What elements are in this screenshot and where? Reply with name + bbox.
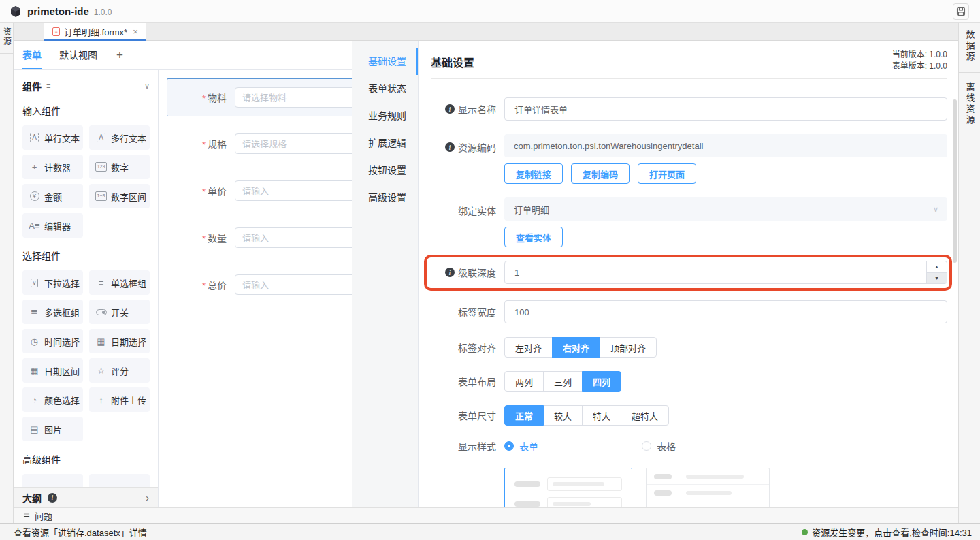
component-item[interactable] bbox=[89, 474, 150, 487]
segment-option[interactable]: 正常 bbox=[504, 405, 544, 426]
tab-close-icon[interactable]: × bbox=[133, 27, 138, 37]
view-entity-button[interactable]: 查看实体 bbox=[504, 227, 563, 247]
settings-nav-item[interactable]: 业务规则 bbox=[352, 102, 418, 129]
field-input[interactable] bbox=[235, 274, 352, 295]
display-style-radio[interactable]: 表格 bbox=[642, 439, 676, 453]
radio-group-icon: ≡ bbox=[95, 278, 107, 288]
segment-option[interactable]: 超特大 bbox=[621, 405, 669, 426]
form-layout-group: 两列三列四列 bbox=[504, 371, 621, 392]
display-style-radio[interactable]: 表单 bbox=[504, 439, 538, 453]
component-item[interactable]: ↑附件上传 bbox=[89, 387, 150, 412]
settings-nav-item[interactable]: 高级设置 bbox=[352, 184, 418, 211]
settings-nav-item[interactable]: 扩展逻辑 bbox=[352, 129, 418, 157]
canvas-field-5[interactable]: *总价 bbox=[159, 274, 352, 295]
bound-entity-value[interactable]: 订单明细∨ bbox=[504, 197, 947, 221]
right-rail-datasource-tab[interactable]: 数据源 bbox=[964, 30, 976, 63]
component-item[interactable]: ☆评分 bbox=[89, 358, 150, 383]
component-item[interactable]: ∨下拉选择 bbox=[22, 270, 83, 295]
field-input[interactable] bbox=[235, 180, 352, 201]
settings-scrollbar[interactable] bbox=[953, 99, 957, 263]
form-version: 表单版本: 1.0.0 bbox=[892, 61, 947, 72]
app-logo-icon bbox=[10, 5, 22, 18]
stepper-up-icon[interactable]: ▲ bbox=[927, 261, 947, 272]
settings-nav-item[interactable]: 基础设置 bbox=[352, 48, 418, 75]
component-item-label: 单行文本 bbox=[44, 131, 80, 144]
component-item[interactable]: A单行文本 bbox=[22, 125, 83, 150]
form-canvas: *物料*规格*单价*数量*总价 bbox=[159, 70, 352, 507]
single-line-text-icon: A bbox=[29, 133, 40, 142]
cascade-depth-input[interactable] bbox=[514, 268, 555, 278]
component-item[interactable]: A≡编辑器 bbox=[22, 213, 83, 238]
segment-option[interactable]: 三列 bbox=[543, 371, 583, 392]
component-item[interactable]: 开关 bbox=[89, 300, 150, 324]
component-item[interactable]: ◷时间选择 bbox=[22, 329, 83, 353]
left-rail-resources-tab[interactable]: 资源 bbox=[1, 27, 13, 46]
view-tab-item[interactable]: 默认视图 bbox=[59, 41, 97, 69]
component-item[interactable]: ≡单选框组 bbox=[89, 270, 150, 295]
table-style-preview[interactable]: 查看Api bbox=[646, 468, 770, 507]
settings-nav-item[interactable]: 表单状态 bbox=[352, 75, 418, 102]
field-input[interactable] bbox=[235, 227, 352, 248]
right-rail-offline-resources-tab[interactable]: 离线资源 bbox=[964, 82, 976, 126]
label-width-row: 标签宽度 bbox=[431, 300, 947, 323]
component-item[interactable]: ▤图片 bbox=[22, 417, 83, 441]
component-item[interactable]: A多行文本 bbox=[89, 125, 150, 150]
component-item[interactable]: ▦日期区间 bbox=[22, 358, 83, 383]
segment-option[interactable]: 右对齐 bbox=[552, 337, 600, 358]
component-section-title: 高级组件 bbox=[22, 452, 150, 466]
canvas-field-1[interactable]: *物料 bbox=[159, 87, 352, 108]
right-rail: 数据源 离线资源 bbox=[958, 23, 980, 523]
segment-option[interactable]: 顶部对齐 bbox=[600, 337, 657, 358]
field-input[interactable] bbox=[235, 87, 352, 108]
segment-option[interactable]: 特大 bbox=[582, 405, 621, 426]
view-tab-active[interactable]: 表单 bbox=[22, 41, 42, 69]
field-input[interactable] bbox=[235, 133, 352, 154]
display-name-row: i显示名称 bbox=[431, 97, 947, 121]
current-version: 当前版本: 1.0.0 bbox=[892, 49, 947, 61]
component-item[interactable]: ◔颜色选择 bbox=[22, 387, 83, 412]
status-dot-icon bbox=[802, 529, 808, 535]
settings-nav-item[interactable]: 按钮设置 bbox=[352, 157, 418, 184]
problems-bar[interactable]: ≣ 问题 bbox=[14, 507, 958, 523]
settings-divider bbox=[431, 78, 947, 79]
segment-option[interactable]: 左对齐 bbox=[504, 337, 553, 358]
components-panel: 组件 ≡ ∨ 输入组件A单行文本A多行文本±计数器123数字¥金额1~3数字区间… bbox=[14, 70, 159, 507]
component-item[interactable]: 1~3数字区间 bbox=[89, 184, 150, 208]
component-item[interactable]: 123数字 bbox=[89, 155, 150, 179]
form-layout-row: 表单布局 两列三列四列 bbox=[431, 371, 947, 392]
version-info: 当前版本: 1.0.0 表单版本: 1.0.0 bbox=[892, 49, 947, 72]
problems-label: 问题 bbox=[35, 509, 52, 522]
label-width-input[interactable] bbox=[504, 300, 947, 323]
segment-option[interactable]: 四列 bbox=[582, 371, 621, 392]
file-tab-strip: ≡ 订单明细.formx* × bbox=[14, 23, 958, 41]
outline-expand-chevron-icon[interactable]: › bbox=[146, 492, 149, 503]
outline-bar[interactable]: 大纲 i › bbox=[14, 487, 158, 507]
component-item[interactable]: ¥金额 bbox=[22, 184, 83, 208]
stepper-down-icon[interactable]: ▼ bbox=[927, 272, 947, 284]
resource-action-button[interactable]: 复制链接 bbox=[504, 163, 563, 184]
component-item[interactable] bbox=[22, 474, 83, 487]
status-change-notice[interactable]: 资源发生变更，点击查看,检查时间:14:31 bbox=[802, 526, 972, 539]
add-view-button[interactable]: + bbox=[116, 41, 123, 69]
components-collapse-chevron-icon[interactable]: ∨ bbox=[144, 82, 150, 91]
editor-icon: A≡ bbox=[29, 221, 40, 231]
segment-option[interactable]: 两列 bbox=[504, 371, 544, 392]
save-button[interactable] bbox=[953, 3, 969, 20]
components-scroll: 组件 ≡ ∨ 输入组件A单行文本A多行文本±计数器123数字¥金额1~3数字区间… bbox=[14, 70, 158, 487]
canvas-field-2[interactable]: *规格 bbox=[159, 133, 352, 154]
display-style-label: 显示样式 bbox=[458, 439, 496, 453]
display-name-input[interactable] bbox=[504, 97, 947, 121]
components-menu-icon[interactable]: ≡ bbox=[46, 82, 50, 90]
color-icon: ◔ bbox=[29, 395, 40, 405]
segment-option[interactable]: 较大 bbox=[543, 405, 583, 426]
component-item[interactable]: ±计数器 bbox=[22, 155, 83, 179]
date-icon: ▦ bbox=[95, 336, 107, 347]
resource-action-button[interactable]: 打开页面 bbox=[638, 163, 696, 184]
form-style-preview[interactable] bbox=[504, 468, 632, 507]
canvas-field-3[interactable]: *单价 bbox=[159, 180, 352, 201]
component-item[interactable]: ▦日期选择 bbox=[89, 329, 150, 353]
file-tab[interactable]: ≡ 订单明细.formx* × bbox=[44, 23, 146, 41]
resource-action-button[interactable]: 复制编码 bbox=[571, 163, 630, 184]
component-item[interactable]: ≣多选框组 bbox=[22, 300, 83, 324]
canvas-field-4[interactable]: *数量 bbox=[159, 227, 352, 248]
